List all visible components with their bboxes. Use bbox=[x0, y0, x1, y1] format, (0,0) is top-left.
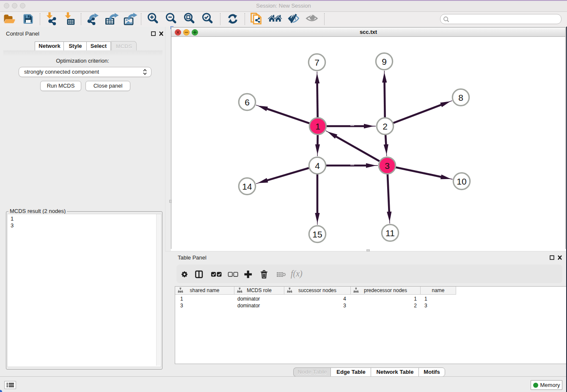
svg-text:3: 3 bbox=[385, 161, 390, 171]
svg-text:10: 10 bbox=[457, 177, 466, 186]
svg-text:15: 15 bbox=[312, 229, 322, 239]
svg-text:7: 7 bbox=[314, 58, 319, 67]
svg-text:14: 14 bbox=[242, 182, 252, 191]
svg-text:11: 11 bbox=[385, 228, 395, 238]
svg-text:4: 4 bbox=[315, 161, 320, 171]
svg-text:2: 2 bbox=[383, 121, 388, 131]
svg-text:9: 9 bbox=[382, 57, 387, 66]
svg-text:1: 1 bbox=[315, 121, 320, 131]
svg-text:8: 8 bbox=[458, 93, 463, 102]
svg-text:6: 6 bbox=[245, 97, 250, 107]
